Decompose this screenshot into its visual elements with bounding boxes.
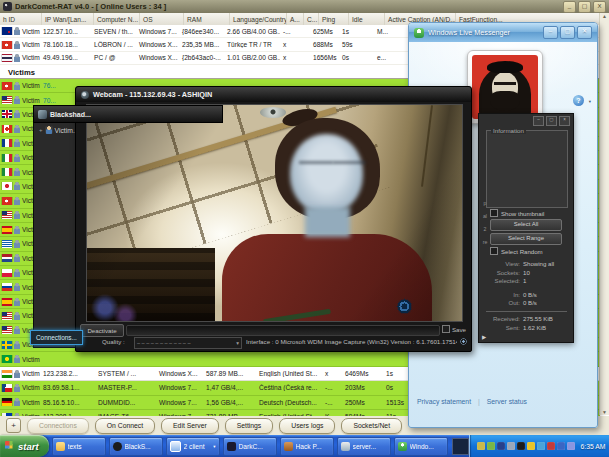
select-random-option[interactable]: Select Random — [490, 247, 562, 255]
column-header[interactable]: IP Wan/[Lan... — [42, 13, 94, 25]
close-button[interactable]: X — [593, 1, 606, 13]
cell-comp: DUMMDID... — [95, 399, 156, 406]
select-random-checkbox[interactable] — [490, 247, 498, 255]
security-icon[interactable] — [547, 442, 555, 450]
country-flag-icon — [2, 370, 12, 378]
cell-idle: 0s — [339, 54, 374, 61]
country-flag-icon — [2, 211, 12, 219]
tray-app-icon[interactable] — [452, 438, 469, 455]
on-connect-button[interactable]: On Connect — [95, 418, 155, 434]
victim-label: Victim — [22, 97, 40, 104]
messenger-icon[interactable] — [557, 442, 565, 450]
task-label: texts — [68, 443, 102, 450]
save-checkbox[interactable] — [442, 325, 450, 333]
darkcomet-titlebar[interactable]: DarkComet-RAT v4.0 - [ Online Users : 34… — [0, 0, 609, 13]
chevron-down-icon[interactable]: ▾ — [213, 444, 215, 449]
scroll-down-icon[interactable]: ▼ — [602, 409, 607, 415]
chat-icon[interactable] — [537, 442, 545, 450]
minimize-button[interactable]: – — [543, 26, 558, 39]
user-icon — [14, 110, 20, 118]
stat-value: 0 B/s — [523, 291, 537, 298]
network-icon[interactable] — [507, 442, 515, 450]
country-flag-icon — [2, 326, 12, 334]
cell-ip: 85.16.5.10... — [40, 399, 95, 406]
blackshades-titlebar[interactable]: Blackshad... — [33, 105, 223, 123]
victims-tree-item[interactable]: + Victim... — [39, 126, 79, 134]
cell-ram: 235,35 MB... — [179, 41, 224, 48]
scroll-up-icon[interactable]: ▲ — [602, 13, 607, 19]
vertical-scrollbar[interactable]: ▲ ▼ — [599, 13, 609, 415]
user-icon — [14, 54, 20, 62]
messenger-titlebar[interactable]: Windows Live Messenger –▢✕ — [409, 23, 597, 42]
clipped-label-fragments: pal2re — [481, 200, 489, 245]
shield-icon[interactable] — [487, 442, 495, 450]
column-header[interactable]: Ping — [319, 13, 349, 25]
alert-icon[interactable] — [527, 442, 535, 450]
taskbar-task-hack-p-[interactable]: Hack P... — [280, 437, 334, 456]
victim-label: Victim — [22, 370, 40, 377]
capture-progress-bar[interactable] — [126, 325, 440, 336]
taskbar-task-windo-[interactable]: Windo... — [394, 437, 448, 456]
stat-label: Sockets: — [484, 269, 520, 276]
deactivate-button[interactable]: Deactivate — [80, 324, 124, 337]
user-icon — [14, 139, 20, 147]
select-all-button[interactable]: Select All — [490, 219, 562, 231]
desktop: DarkComet-RAT v4.0 - [ Online Users : 34… — [0, 0, 609, 457]
column-header[interactable]: Idle — [349, 13, 385, 25]
quality-label: Quality : — [102, 338, 125, 345]
column-header[interactable]: h ID — [0, 13, 42, 25]
connections-button[interactable]: Connections — [27, 418, 89, 434]
maximize-button[interactable]: ▢ — [560, 26, 575, 39]
maximize-button[interactable]: ▢ — [546, 116, 557, 126]
messenger-icon — [398, 442, 407, 451]
connections-tab[interactable]: Connections... — [30, 330, 83, 345]
show-thumbnail-option[interactable]: Show thumbnail — [490, 209, 562, 217]
add-button[interactable]: + — [6, 418, 21, 433]
chevron-down-icon[interactable]: ▾ — [589, 99, 591, 104]
expand-icon[interactable]: + — [39, 127, 43, 133]
flag-icon[interactable] — [497, 442, 505, 450]
shield-icon[interactable] — [477, 442, 485, 450]
blackshades-title: Blackshad... — [50, 111, 91, 118]
taskbar-task-texts[interactable]: texts — [52, 437, 106, 456]
footer-link[interactable]: Privacy statement — [417, 398, 471, 405]
column-header[interactable]: RAM — [184, 13, 230, 25]
cell-os: Windows 7... — [136, 28, 179, 35]
column-header[interactable]: A... — [287, 13, 304, 25]
start-button[interactable]: start — [0, 435, 49, 457]
app-icon[interactable] — [517, 442, 525, 450]
cell-ping: 250Ms — [342, 399, 383, 406]
expand-arrow-icon[interactable]: ▶ — [482, 334, 486, 340]
victim-label: Victim — [22, 28, 40, 35]
taskbar-task-server-[interactable]: server... — [337, 437, 391, 456]
taskbar-task-2-client[interactable]: 2 client▾ — [166, 437, 220, 456]
column-header[interactable]: Computer N... — [94, 13, 140, 25]
edit-server-button[interactable]: Edit Server — [161, 418, 219, 434]
quality-dropdown[interactable]: – – – – – – – – – – – – ▾ — [134, 337, 242, 349]
column-header[interactable]: Language/Country — [230, 13, 287, 25]
help-icon[interactable]: ? — [573, 95, 584, 106]
users-logs-button[interactable]: Users logs — [279, 418, 335, 434]
column-header[interactable]: C... — [304, 13, 319, 25]
volume-icon[interactable] — [567, 442, 575, 450]
country-flag-icon — [2, 298, 12, 306]
minimize-button[interactable]: _ — [563, 1, 576, 13]
user-icon — [14, 398, 20, 406]
show-thumbnail-checkbox[interactable] — [490, 209, 498, 217]
cell-id: Victim — [0, 27, 40, 35]
select-range-button[interactable]: Select Range — [490, 233, 562, 245]
close-button[interactable]: × — [559, 116, 570, 126]
webcam-titlebar[interactable]: Webcam - 115.132.69.43 - ASHIQIN — [76, 87, 471, 102]
save-option[interactable]: Save — [442, 325, 466, 333]
minimize-button[interactable]: – — [533, 116, 544, 126]
column-header[interactable]: OS — [140, 13, 184, 25]
footer-link[interactable]: Server status — [487, 398, 527, 405]
close-button[interactable]: ✕ — [577, 26, 592, 39]
country-flag-icon — [2, 312, 12, 320]
maximize-button[interactable]: ▢ — [578, 1, 591, 13]
taskbar-task-darkc-[interactable]: DarkC... — [223, 437, 277, 456]
settings-button[interactable]: Settings — [225, 418, 274, 434]
user-icon — [14, 27, 20, 35]
sockets-net-button[interactable]: Sockets/Net — [341, 418, 402, 434]
taskbar-task-blacks-[interactable]: BlackS... — [109, 437, 163, 456]
